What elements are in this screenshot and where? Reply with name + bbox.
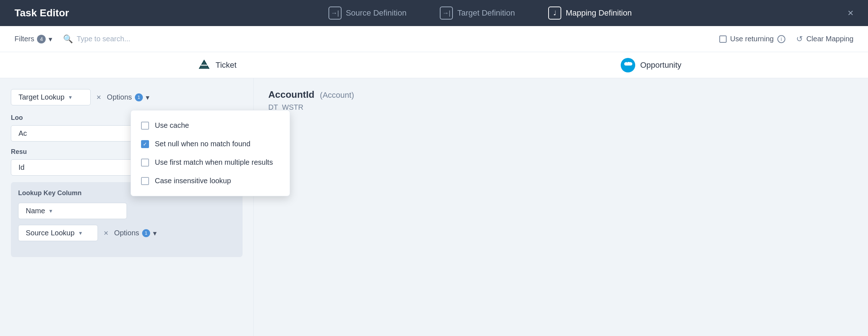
target-definition-label: Target Definition xyxy=(457,8,515,18)
use-returning-checkbox[interactable] xyxy=(719,35,727,43)
target-lookup-clear-button[interactable]: × xyxy=(96,93,101,102)
target-definition-icon: →| xyxy=(440,7,453,20)
source-definition-label: Source Definition xyxy=(346,8,407,18)
checkmark-icon: ✓ xyxy=(143,141,147,147)
source-options-badge: 1 xyxy=(142,229,150,237)
search-area: 🔍 Type to search... xyxy=(63,34,130,44)
filters-badge: 4 xyxy=(37,35,46,43)
use-returning-label: Use returning xyxy=(730,35,774,43)
clear-mapping-label: Clear Mapping xyxy=(806,35,853,43)
name-dropdown-arrow-icon: ▾ xyxy=(49,207,52,214)
source-options-label: Options xyxy=(114,229,139,237)
mapping-definition-icon: ♩ xyxy=(548,7,561,20)
source-definition-icon: →| xyxy=(328,7,342,20)
options-popup-menu: Use cache ✓ Set null when no match found… xyxy=(131,110,290,196)
salesforce-icon xyxy=(621,58,635,72)
source-lookup-row: Source Lookup ▾ × Options 1 ▾ xyxy=(18,225,235,241)
target-label: Opportunity xyxy=(640,60,682,70)
target-lookup-options-button[interactable]: Options 1 ▾ xyxy=(107,93,149,102)
info-icon[interactable]: i xyxy=(777,35,785,43)
name-dropdown-label: Name xyxy=(26,207,45,215)
option-case-insensitive[interactable]: Case insensitive lookup xyxy=(131,172,290,190)
field-name: AccountId (Account) xyxy=(268,89,853,100)
tab-target-definition[interactable]: →| Target Definition xyxy=(434,4,521,22)
source-lookup-dropdown[interactable]: Source Lookup ▾ xyxy=(18,225,98,241)
refresh-icon: ↺ xyxy=(796,34,803,44)
source-label: Ticket xyxy=(216,60,237,70)
source-options-chevron-icon: ▾ xyxy=(153,229,157,238)
close-button[interactable]: × xyxy=(848,7,853,19)
options-chevron-icon: ▾ xyxy=(146,93,149,102)
target-lookup-label: Target Lookup xyxy=(18,93,65,101)
filters-label: Filters xyxy=(15,35,34,43)
source-lookup-arrow-icon: ▾ xyxy=(79,230,82,236)
option-use-cache[interactable]: Use cache xyxy=(131,116,290,135)
field-info: AccountId (Account) DT_WSTR xyxy=(268,89,853,112)
main-content: Target Lookup ▾ × Options 1 ▾ Use cache … xyxy=(0,78,868,336)
source-lookup-clear-button[interactable]: × xyxy=(104,228,108,238)
use-first-match-label: Use first match when multiple results xyxy=(155,158,273,167)
source-target-bar: Ticket Opportunity xyxy=(0,52,868,78)
mapping-definition-label: Mapping Definition xyxy=(566,8,632,18)
result-field-value: Id xyxy=(18,163,25,172)
option-set-null[interactable]: ✓ Set null when no match found xyxy=(131,135,290,153)
field-account: (Account) xyxy=(320,91,354,100)
use-cache-label: Use cache xyxy=(155,121,189,130)
tab-source-definition[interactable]: →| Source Definition xyxy=(323,4,413,22)
use-cache-checkbox[interactable] xyxy=(141,122,149,130)
case-insensitive-label: Case insensitive lookup xyxy=(155,177,231,185)
filters-button[interactable]: Filters 4 ▾ xyxy=(15,35,52,43)
header: Task Editor →| Source Definition →| Targ… xyxy=(0,0,868,26)
target-lookup-dropdown[interactable]: Target Lookup ▾ xyxy=(11,89,91,105)
name-dropdown[interactable]: Name ▾ xyxy=(18,203,127,219)
target-side: Opportunity xyxy=(434,58,868,72)
target-lookup-arrow-icon: ▾ xyxy=(69,94,72,101)
search-input[interactable]: Type to search... xyxy=(77,35,130,43)
zendesk-icon xyxy=(198,59,211,72)
target-lookup-row: Target Lookup ▾ × Options 1 ▾ Use cache … xyxy=(11,89,243,105)
set-null-label: Set null when no match found xyxy=(155,140,251,148)
use-returning-toggle[interactable]: Use returning i xyxy=(719,35,785,43)
toolbar-right: Use returning i ↺ Clear Mapping xyxy=(719,34,853,44)
source-side: Ticket xyxy=(0,59,434,72)
use-first-match-checkbox[interactable] xyxy=(141,159,149,167)
set-null-checkbox[interactable]: ✓ xyxy=(141,140,149,148)
lookup-field-value: Ac xyxy=(18,129,27,138)
right-panel: AccountId (Account) DT_WSTR xyxy=(254,78,868,336)
field-type: DT_WSTR xyxy=(268,103,853,112)
app-title: Task Editor xyxy=(15,7,69,19)
option-use-first-match[interactable]: Use first match when multiple results xyxy=(131,153,290,172)
tab-mapping-definition[interactable]: ♩ Mapping Definition xyxy=(542,4,637,22)
search-icon: 🔍 xyxy=(63,34,73,44)
options-label: Options xyxy=(107,93,132,101)
case-insensitive-checkbox[interactable] xyxy=(141,177,149,185)
toolbar: Filters 4 ▾ 🔍 Type to search... Use retu… xyxy=(0,26,868,52)
options-badge: 1 xyxy=(135,93,143,101)
filters-chevron-icon: ▾ xyxy=(49,35,52,43)
left-panel: Target Lookup ▾ × Options 1 ▾ Use cache … xyxy=(0,78,254,336)
header-tabs: →| Source Definition →| Target Definitio… xyxy=(112,4,847,22)
clear-mapping-button[interactable]: ↺ Clear Mapping xyxy=(796,34,853,44)
source-lookup-options-button[interactable]: Options 1 ▾ xyxy=(114,229,157,238)
source-lookup-label: Source Lookup xyxy=(26,229,75,237)
